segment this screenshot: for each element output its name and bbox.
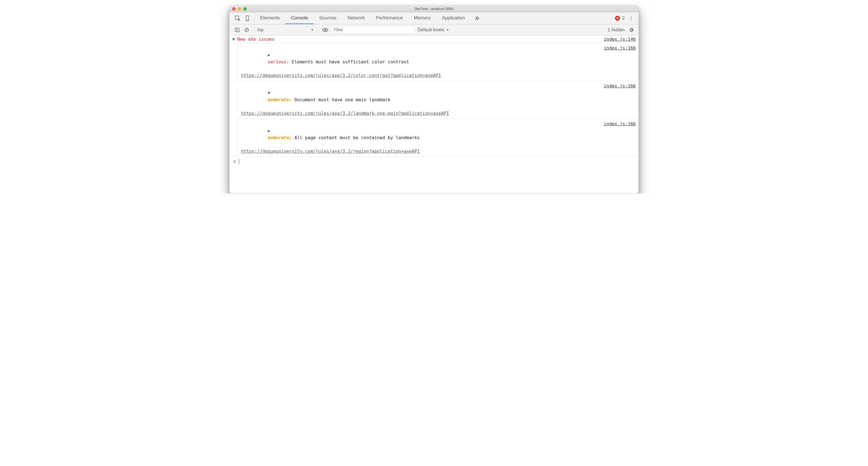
tab-label: Network: [348, 15, 365, 21]
console-filter-input[interactable]: [331, 27, 414, 33]
svg-point-5: [631, 19, 631, 20]
chevron-down-icon: ▼: [311, 28, 314, 32]
issue-message: Document must have one main landmark: [292, 97, 390, 102]
hidden-count: 1 hidden: [608, 27, 625, 32]
source-link[interactable]: index.js:166: [604, 45, 636, 52]
error-badge-icon[interactable]: ✕: [615, 16, 620, 21]
chevron-right-icon: [233, 160, 237, 163]
tab-label: Sources: [319, 15, 336, 21]
disclosure-triangle-icon[interactable]: ▼: [268, 90, 271, 97]
execution-context-label: top: [257, 27, 264, 32]
chevron-down-icon: ▼: [446, 28, 449, 32]
disclosure-triangle-icon[interactable]: ▶: [268, 52, 271, 59]
disclosure-triangle-icon[interactable]: ▼: [232, 36, 236, 42]
device-toolbar-icon[interactable]: [244, 15, 250, 21]
tab-label: Application: [442, 15, 465, 21]
panel-tabs: Elements Console Sources Network Perform…: [229, 12, 639, 24]
tab-network[interactable]: Network: [342, 12, 370, 24]
issue-message: Elements must have sufficient color cont…: [289, 59, 409, 64]
console-message: ▼ moderate: Document must have one main …: [229, 81, 639, 119]
issue-url[interactable]: https://dequeuniversity.com/rules/axe/3.…: [241, 149, 420, 154]
source-link[interactable]: index.js:146: [604, 36, 636, 42]
console-message: ▶ serious: Elements must have sufficient…: [229, 43, 639, 81]
devtools-window: DevTools - localhost:3000/ Elements Cons…: [229, 5, 639, 193]
source-link[interactable]: index.js:166: [604, 83, 636, 90]
svg-point-11: [324, 29, 326, 30]
tab-console[interactable]: Console: [285, 12, 314, 24]
svg-point-3: [631, 16, 631, 17]
console-group-header[interactable]: ▼ New aXe issues index.js:146: [229, 35, 639, 43]
svg-line-9: [245, 29, 248, 31]
tab-label: Elements: [260, 15, 280, 21]
issue-url[interactable]: https://dequeuniversity.com/rules/axe/3.…: [241, 73, 441, 78]
traffic-lights: [232, 7, 247, 10]
tab-elements[interactable]: Elements: [255, 12, 285, 24]
severity-label: serious:: [268, 59, 289, 64]
group-gutter: [229, 121, 238, 155]
svg-rect-6: [235, 28, 240, 32]
console-prompt[interactable]: [229, 157, 639, 166]
tab-memory[interactable]: Memory: [408, 12, 436, 24]
tab-performance[interactable]: Performance: [370, 12, 408, 24]
window-titlebar: DevTools - localhost:3000/: [229, 6, 639, 12]
live-expression-icon[interactable]: [319, 27, 331, 33]
window-minimize-button[interactable]: [238, 7, 241, 10]
log-level-label: Default levels: [418, 27, 444, 32]
more-tabs-icon[interactable]: [470, 12, 484, 24]
log-level-select[interactable]: Default levels ▼: [414, 27, 453, 32]
show-console-sidebar-icon[interactable]: [235, 27, 240, 33]
severity-label: moderate:: [268, 135, 292, 140]
tab-sources[interactable]: Sources: [314, 12, 342, 24]
group-gutter: [229, 45, 238, 79]
inspect-element-icon[interactable]: [235, 15, 241, 21]
console-message: ▶ moderate: All page content must be con…: [229, 119, 639, 157]
issue-message: All page content must be contained by la…: [292, 135, 420, 140]
tab-label: Console: [291, 15, 308, 21]
clear-console-icon[interactable]: [244, 27, 249, 33]
issue-url[interactable]: https://dequeuniversity.com/rules/axe/3.…: [241, 111, 449, 116]
source-link[interactable]: index.js:166: [604, 121, 636, 128]
group-title: New aXe issues: [237, 36, 275, 42]
execution-context-select[interactable]: top ▼: [256, 27, 315, 32]
tab-label: Memory: [414, 15, 431, 21]
text-cursor: [239, 159, 239, 164]
console-toolbar: top ▼ Default levels ▼ 1 hidden: [229, 24, 639, 35]
tab-application[interactable]: Application: [436, 12, 470, 24]
window-title: DevTools - localhost:3000/: [229, 7, 639, 11]
tab-label: Performance: [376, 15, 403, 21]
disclosure-triangle-icon[interactable]: ▶: [268, 128, 271, 134]
group-gutter: [229, 83, 238, 117]
severity-label: moderate:: [268, 97, 292, 102]
console-messages: ▼ New aXe issues index.js:146 ▶ serious:…: [229, 35, 639, 193]
window-close-button[interactable]: [232, 7, 236, 10]
kebab-menu-icon[interactable]: [628, 16, 633, 21]
svg-point-4: [631, 18, 631, 19]
console-settings-icon[interactable]: [628, 27, 634, 33]
error-count: 2: [622, 15, 625, 21]
window-zoom-button[interactable]: [243, 7, 247, 10]
